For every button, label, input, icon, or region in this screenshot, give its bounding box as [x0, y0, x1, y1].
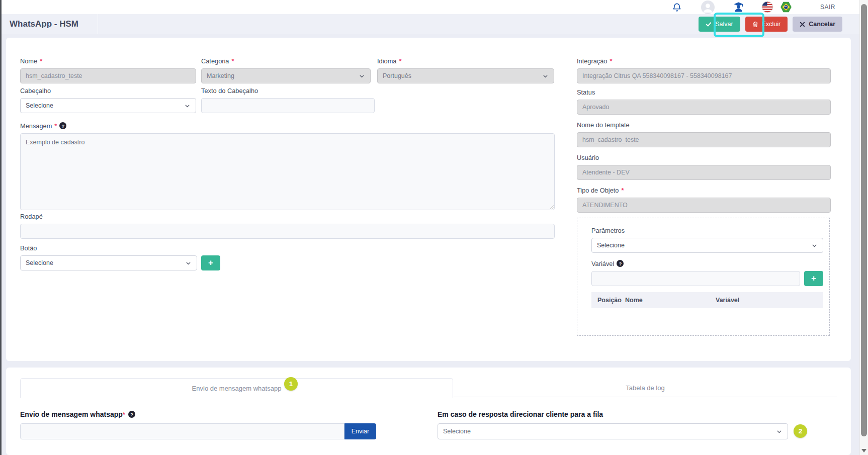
notifications-bell-icon[interactable] [672, 2, 682, 12]
cabecalho-label: Cabeçalho [20, 86, 196, 95]
help-icon[interactable]: ? [617, 260, 624, 267]
window-edge [0, 0, 2, 455]
toolbar-buttons: Salvar Excluir Cancelar [699, 17, 859, 32]
chevron-down-icon [811, 242, 818, 249]
parametros-panel: Parâmetros Selecione Variável ? + Posiçã… [577, 218, 830, 336]
usuario-input[interactable] [577, 165, 831, 180]
status-input[interactable] [577, 100, 831, 115]
texto-cabecalho-label: Texto do Cabeçalho [201, 86, 375, 95]
parametros-label: Parâmetros [591, 226, 823, 234]
add-button-button[interactable]: + [201, 255, 220, 270]
parametros-table-body-empty [591, 308, 823, 323]
close-x-icon [800, 22, 805, 27]
rodape-label: Rodapé [20, 212, 555, 220]
botao-select[interactable]: Selecione [20, 255, 197, 270]
variavel-input[interactable] [591, 271, 800, 286]
parametros-table-header: Posição Nome Variável [591, 292, 823, 308]
texto-cabecalho-input[interactable] [201, 98, 375, 113]
parametros-select[interactable]: Selecione [591, 238, 823, 253]
usuario-label: Usuário [577, 153, 831, 161]
categoria-label: Categoria* [201, 57, 371, 65]
enviar-button[interactable]: Enviar [344, 423, 376, 439]
integracao-label: Integração* [577, 57, 831, 65]
mensagem-textarea[interactable]: Exemplo de cadastro [20, 133, 555, 210]
student-profile-icon[interactable] [733, 2, 744, 13]
cabecalho-select[interactable]: Selecione [20, 98, 196, 113]
chevron-down-icon [184, 103, 191, 109]
chevron-down-icon [542, 73, 549, 79]
nome-label: Nome* [20, 57, 196, 65]
save-button[interactable]: Salvar [699, 17, 740, 32]
categoria-select[interactable]: Marketing [201, 68, 371, 83]
logout-link[interactable]: SAIR [820, 4, 835, 11]
add-variavel-button[interactable]: + [804, 271, 823, 286]
help-icon[interactable]: ? [59, 122, 66, 129]
tab-envio-mensagem-whatsapp[interactable]: Envio de mensagem whatsapp [20, 378, 453, 398]
nome-input[interactable] [20, 68, 196, 83]
nome-template-input[interactable] [577, 132, 831, 147]
tabs: Envio de mensagem whatsapp Tabela de log… [20, 378, 837, 397]
tipo-objeto-label: Tipo de Objeto* [577, 186, 831, 194]
idioma-label: Idioma* [377, 57, 554, 65]
fila-select[interactable]: Selecione [438, 423, 788, 439]
chevron-down-icon [776, 428, 783, 435]
fila-label: Em caso de resposta direcionar cliente p… [438, 410, 788, 418]
rodape-input[interactable] [20, 224, 555, 239]
topbar: SAIR [2, 0, 859, 14]
status-label: Status [577, 88, 831, 96]
annotation-badge-2: 2 [794, 424, 807, 438]
envio-mensagem-label: Envio de mensagem whatsapp* ? [20, 410, 377, 418]
check-icon [706, 21, 712, 27]
scrollbar-down-arrow-icon[interactable] [861, 449, 866, 452]
tipo-objeto-input[interactable] [577, 198, 831, 213]
hsm-form-card: Nome* Categoria* Marketing Idioma* Portu… [6, 38, 851, 361]
toolbar: WhatsApp - HSM Salvar Excluir Cancelar [2, 14, 859, 34]
annotation-badge-1: 1 [284, 377, 298, 391]
trash-icon [752, 21, 758, 28]
botao-label: Botão [20, 244, 221, 252]
variavel-label: Variável ? [591, 259, 823, 267]
delete-button[interactable]: Excluir [745, 17, 788, 32]
nome-template-label: Nome do template [577, 121, 831, 129]
page-title: WhatsApp - HSM [2, 14, 98, 34]
help-icon[interactable]: ? [128, 411, 135, 418]
mensagem-label: Mensagem* ? [20, 122, 555, 130]
vertical-scrollbar[interactable] [859, 0, 868, 455]
whatsapp-send-card: Envio de mensagem whatsapp Tabela de log… [6, 368, 851, 455]
chevron-down-icon [185, 260, 192, 266]
tab-tabela-de-log[interactable]: Tabela de log [453, 378, 837, 397]
user-avatar[interactable] [701, 1, 715, 14]
language-us-flag-icon[interactable] [761, 1, 773, 13]
scrollbar-thumb[interactable] [861, 4, 867, 436]
language-br-flag-icon[interactable] [779, 1, 793, 14]
parametros-table: Posição Nome Variável [591, 292, 823, 323]
idioma-select[interactable]: Português [377, 68, 554, 83]
integracao-input[interactable] [577, 68, 831, 83]
cancel-button[interactable]: Cancelar [793, 17, 842, 32]
chevron-down-icon [359, 73, 365, 79]
envio-mensagem-input[interactable] [20, 423, 344, 439]
